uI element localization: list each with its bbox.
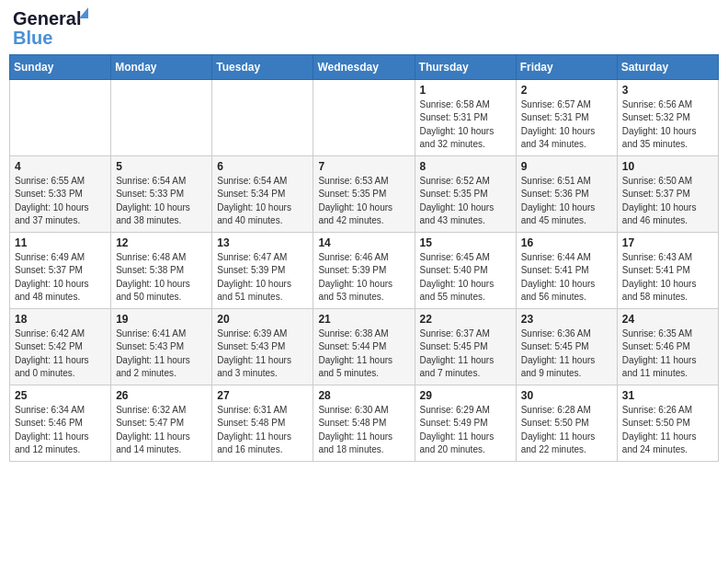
day-content: Sunrise: 6:35 AM Sunset: 5:46 PM Dayligh… <box>622 327 713 381</box>
day-content: Sunrise: 6:36 AM Sunset: 5:45 PM Dayligh… <box>521 327 612 381</box>
week-row-5: 25Sunrise: 6:34 AM Sunset: 5:46 PM Dayli… <box>10 385 719 461</box>
day-number: 28 <box>318 389 409 402</box>
calendar-cell <box>10 79 111 155</box>
calendar-cell: 25Sunrise: 6:34 AM Sunset: 5:46 PM Dayli… <box>10 385 111 461</box>
day-number: 17 <box>622 236 713 249</box>
calendar-cell: 14Sunrise: 6:46 AM Sunset: 5:39 PM Dayli… <box>313 232 415 308</box>
calendar-cell: 27Sunrise: 6:31 AM Sunset: 5:48 PM Dayli… <box>212 385 313 461</box>
day-number: 1 <box>420 84 511 97</box>
calendar-cell: 16Sunrise: 6:44 AM Sunset: 5:41 PM Dayli… <box>516 232 617 308</box>
calendar-cell: 13Sunrise: 6:47 AM Sunset: 5:39 PM Dayli… <box>212 232 313 308</box>
calendar-cell: 30Sunrise: 6:28 AM Sunset: 5:50 PM Dayli… <box>516 385 617 461</box>
logo: General Blue <box>13 9 81 49</box>
day-content: Sunrise: 6:58 AM Sunset: 5:31 PM Dayligh… <box>420 98 511 152</box>
day-content: Sunrise: 6:32 AM Sunset: 5:47 PM Dayligh… <box>116 404 207 457</box>
day-number: 10 <box>622 160 713 173</box>
calendar-cell: 7Sunrise: 6:53 AM Sunset: 5:35 PM Daylig… <box>313 155 415 232</box>
calendar-header: SundayMondayTuesdayWednesdayThursdayFrid… <box>10 54 719 79</box>
calendar-cell <box>313 79 415 155</box>
day-content: Sunrise: 6:47 AM Sunset: 5:39 PM Dayligh… <box>217 251 308 304</box>
calendar-cell: 5Sunrise: 6:54 AM Sunset: 5:33 PM Daylig… <box>111 155 212 232</box>
day-content: Sunrise: 6:52 AM Sunset: 5:35 PM Dayligh… <box>420 175 511 228</box>
day-number: 11 <box>15 236 106 249</box>
calendar-cell: 19Sunrise: 6:41 AM Sunset: 5:43 PM Dayli… <box>111 308 212 385</box>
week-row-4: 18Sunrise: 6:42 AM Sunset: 5:42 PM Dayli… <box>10 308 719 385</box>
week-row-2: 4Sunrise: 6:55 AM Sunset: 5:33 PM Daylig… <box>10 155 719 232</box>
day-number: 9 <box>521 160 612 173</box>
week-row-3: 11Sunrise: 6:49 AM Sunset: 5:37 PM Dayli… <box>10 232 719 308</box>
day-content: Sunrise: 6:51 AM Sunset: 5:36 PM Dayligh… <box>521 175 612 228</box>
day-number: 29 <box>420 389 511 402</box>
header-cell-tuesday: Tuesday <box>212 54 313 79</box>
day-number: 26 <box>116 389 207 402</box>
day-number: 21 <box>318 313 409 326</box>
day-number: 15 <box>420 236 511 249</box>
day-content: Sunrise: 6:37 AM Sunset: 5:45 PM Dayligh… <box>420 327 511 381</box>
day-content: Sunrise: 6:48 AM Sunset: 5:38 PM Dayligh… <box>116 251 207 304</box>
day-content: Sunrise: 6:46 AM Sunset: 5:39 PM Dayligh… <box>318 251 409 304</box>
day-number: 18 <box>15 313 106 326</box>
header-cell-wednesday: Wednesday <box>313 54 415 79</box>
day-content: Sunrise: 6:56 AM Sunset: 5:32 PM Dayligh… <box>622 98 713 152</box>
calendar-cell: 1Sunrise: 6:58 AM Sunset: 5:31 PM Daylig… <box>415 79 516 155</box>
day-number: 5 <box>116 160 207 173</box>
day-number: 24 <box>622 313 713 326</box>
day-content: Sunrise: 6:50 AM Sunset: 5:37 PM Dayligh… <box>622 175 713 228</box>
week-row-1: 1Sunrise: 6:58 AM Sunset: 5:31 PM Daylig… <box>10 79 719 155</box>
day-content: Sunrise: 6:26 AM Sunset: 5:50 PM Dayligh… <box>622 404 713 457</box>
day-number: 30 <box>521 389 612 402</box>
day-content: Sunrise: 6:54 AM Sunset: 5:34 PM Dayligh… <box>217 175 308 228</box>
calendar-cell: 22Sunrise: 6:37 AM Sunset: 5:45 PM Dayli… <box>415 308 516 385</box>
calendar-cell: 21Sunrise: 6:38 AM Sunset: 5:44 PM Dayli… <box>313 308 415 385</box>
day-number: 22 <box>420 313 511 326</box>
day-content: Sunrise: 6:57 AM Sunset: 5:31 PM Dayligh… <box>521 98 612 152</box>
calendar-cell: 4Sunrise: 6:55 AM Sunset: 5:33 PM Daylig… <box>10 155 111 232</box>
calendar-cell: 31Sunrise: 6:26 AM Sunset: 5:50 PM Dayli… <box>617 385 718 461</box>
calendar-cell: 8Sunrise: 6:52 AM Sunset: 5:35 PM Daylig… <box>415 155 516 232</box>
day-content: Sunrise: 6:39 AM Sunset: 5:43 PM Dayligh… <box>217 327 308 381</box>
calendar-cell: 23Sunrise: 6:36 AM Sunset: 5:45 PM Dayli… <box>516 308 617 385</box>
calendar-cell: 18Sunrise: 6:42 AM Sunset: 5:42 PM Dayli… <box>10 308 111 385</box>
day-content: Sunrise: 6:29 AM Sunset: 5:49 PM Dayligh… <box>420 404 511 457</box>
day-content: Sunrise: 6:44 AM Sunset: 5:41 PM Dayligh… <box>521 251 612 304</box>
calendar-cell: 12Sunrise: 6:48 AM Sunset: 5:38 PM Dayli… <box>111 232 212 308</box>
day-content: Sunrise: 6:45 AM Sunset: 5:40 PM Dayligh… <box>420 251 511 304</box>
day-number: 16 <box>521 236 612 249</box>
calendar-cell: 11Sunrise: 6:49 AM Sunset: 5:37 PM Dayli… <box>10 232 111 308</box>
header-row: SundayMondayTuesdayWednesdayThursdayFrid… <box>10 54 719 79</box>
day-content: Sunrise: 6:31 AM Sunset: 5:48 PM Dayligh… <box>217 404 308 457</box>
day-content: Sunrise: 6:53 AM Sunset: 5:35 PM Dayligh… <box>318 175 409 228</box>
calendar-cell: 3Sunrise: 6:56 AM Sunset: 5:32 PM Daylig… <box>617 79 718 155</box>
calendar-table: SundayMondayTuesdayWednesdayThursdayFrid… <box>9 54 719 462</box>
day-number: 7 <box>318 160 409 173</box>
header-cell-friday: Friday <box>516 54 617 79</box>
calendar-cell: 26Sunrise: 6:32 AM Sunset: 5:47 PM Dayli… <box>111 385 212 461</box>
calendar-cell: 20Sunrise: 6:39 AM Sunset: 5:43 PM Dayli… <box>212 308 313 385</box>
calendar-cell <box>212 79 313 155</box>
header-cell-saturday: Saturday <box>617 54 718 79</box>
day-content: Sunrise: 6:42 AM Sunset: 5:42 PM Dayligh… <box>15 327 106 381</box>
calendar-cell: 28Sunrise: 6:30 AM Sunset: 5:48 PM Dayli… <box>313 385 415 461</box>
day-content: Sunrise: 6:49 AM Sunset: 5:37 PM Dayligh… <box>15 251 106 304</box>
header-cell-monday: Monday <box>111 54 212 79</box>
header-cell-sunday: Sunday <box>10 54 111 79</box>
page-header: General Blue <box>9 9 719 49</box>
calendar-cell: 9Sunrise: 6:51 AM Sunset: 5:36 PM Daylig… <box>516 155 617 232</box>
day-number: 12 <box>116 236 207 249</box>
day-number: 20 <box>217 313 308 326</box>
day-number: 23 <box>521 313 612 326</box>
calendar-body: 1Sunrise: 6:58 AM Sunset: 5:31 PM Daylig… <box>10 79 719 461</box>
header-cell-thursday: Thursday <box>415 54 516 79</box>
day-number: 25 <box>15 389 106 402</box>
day-number: 8 <box>420 160 511 173</box>
calendar-cell: 2Sunrise: 6:57 AM Sunset: 5:31 PM Daylig… <box>516 79 617 155</box>
day-number: 4 <box>15 160 106 173</box>
day-number: 13 <box>217 236 308 249</box>
day-content: Sunrise: 6:34 AM Sunset: 5:46 PM Dayligh… <box>15 404 106 457</box>
day-number: 19 <box>116 313 207 326</box>
calendar-cell <box>111 79 212 155</box>
calendar-cell: 15Sunrise: 6:45 AM Sunset: 5:40 PM Dayli… <box>415 232 516 308</box>
day-content: Sunrise: 6:54 AM Sunset: 5:33 PM Dayligh… <box>116 175 207 228</box>
day-content: Sunrise: 6:28 AM Sunset: 5:50 PM Dayligh… <box>521 404 612 457</box>
calendar-cell: 17Sunrise: 6:43 AM Sunset: 5:41 PM Dayli… <box>617 232 718 308</box>
